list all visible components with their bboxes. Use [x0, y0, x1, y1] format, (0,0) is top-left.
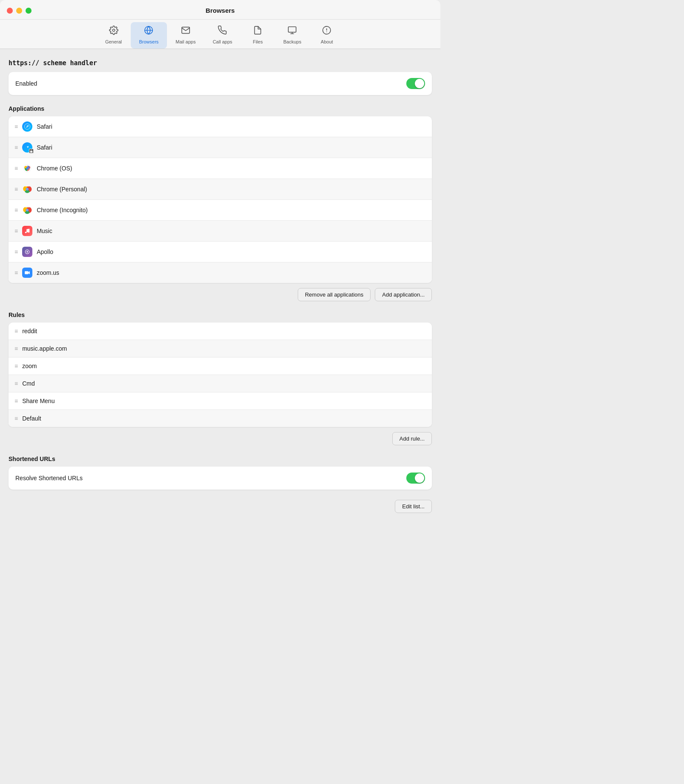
list-item[interactable]: ≡ music.apple.com	[9, 340, 432, 357]
chrome-incognito-icon	[22, 205, 32, 215]
music-icon	[22, 226, 32, 236]
tab-backups[interactable]: Backups	[275, 22, 310, 49]
list-item[interactable]: ≡ Cmd	[9, 375, 432, 392]
drag-handle-icon[interactable]: ≡	[14, 328, 18, 334]
add-application-button[interactable]: Add application...	[375, 288, 432, 301]
safari-app-icon	[22, 121, 32, 132]
tab-call-apps-label: Call apps	[213, 39, 232, 44]
tab-mail-apps-label: Mail apps	[175, 39, 195, 44]
tab-call-apps[interactable]: Call apps	[204, 22, 241, 49]
drag-handle-icon[interactable]: ≡	[14, 269, 18, 276]
svg-rect-29	[25, 271, 28, 274]
drag-handle-icon[interactable]: ≡	[14, 144, 18, 151]
chrome-os-icon	[22, 163, 32, 173]
list-item[interactable]: ≡ Chrome (OS)	[9, 158, 432, 179]
drag-handle-icon[interactable]: ≡	[14, 207, 18, 213]
shortened-urls-toggle[interactable]	[406, 473, 425, 484]
minimize-button[interactable]	[16, 8, 22, 14]
add-rule-button[interactable]: Add rule...	[392, 432, 432, 445]
svg-point-20	[26, 188, 28, 190]
list-item[interactable]: ≡ Default	[9, 410, 432, 427]
tab-general[interactable]: General	[97, 22, 131, 49]
drag-handle-icon[interactable]: ≡	[14, 186, 18, 193]
scheme-title: https:// scheme handler	[9, 59, 432, 67]
applications-list: ≡ Safari ≡	[9, 116, 432, 283]
app-name: Chrome (Personal)	[37, 186, 87, 193]
rules-title: Rules	[9, 311, 432, 318]
tab-files-label: Files	[253, 39, 263, 44]
list-item[interactable]: ≡ Chrome (Incognito)	[9, 200, 432, 221]
browsers-icon	[144, 26, 153, 37]
edit-list-button[interactable]: Edit list...	[395, 500, 432, 513]
drag-handle-icon[interactable]: ≡	[14, 415, 18, 422]
rule-name: Share Menu	[22, 398, 55, 404]
backups-icon	[287, 26, 297, 37]
rules-section: Rules ≡ reddit ≡ music.apple.com ≡ zoom …	[9, 311, 432, 445]
content-area: https:// scheme handler Enabled Applicat…	[0, 49, 440, 533]
list-item[interactable]: ≡ Chrome (Personal)	[9, 179, 432, 200]
applications-section: Applications ≡ Safari ≡	[9, 105, 432, 301]
svg-rect-13	[30, 151, 33, 153]
applications-title: Applications	[9, 105, 432, 112]
close-button[interactable]	[7, 8, 13, 14]
drag-handle-icon[interactable]: ≡	[14, 248, 18, 255]
svg-point-26	[28, 231, 30, 233]
phone-icon	[218, 26, 227, 37]
tab-backups-label: Backups	[283, 39, 301, 44]
files-icon	[253, 26, 262, 37]
rules-buttons: Add rule...	[9, 432, 432, 445]
enabled-label: Enabled	[15, 80, 37, 87]
drag-handle-icon[interactable]: ≡	[14, 363, 18, 369]
svg-marker-12	[27, 145, 29, 148]
tab-mail-apps[interactable]: Mail apps	[167, 22, 204, 49]
tab-browsers-label: Browsers	[139, 39, 159, 44]
svg-point-24	[26, 209, 28, 211]
window-controls	[7, 8, 32, 14]
app-name: Music	[37, 228, 52, 234]
zoom-icon	[22, 268, 32, 278]
drag-handle-icon[interactable]: ≡	[14, 345, 18, 352]
list-item[interactable]: ≡ Safari	[9, 116, 432, 137]
maximize-button[interactable]	[26, 8, 32, 14]
list-item[interactable]: ≡ Safari	[9, 137, 432, 158]
drag-handle-icon[interactable]: ≡	[14, 380, 18, 387]
window-title: Browsers	[206, 7, 235, 19]
enabled-toggle-row: Enabled	[9, 72, 432, 95]
app-name: Chrome (Incognito)	[37, 207, 88, 213]
list-item[interactable]: ≡ zoom.us	[9, 262, 432, 283]
enabled-toggle[interactable]	[406, 78, 425, 89]
tab-browsers[interactable]: Browsers	[131, 22, 167, 49]
rule-name: zoom	[22, 363, 37, 369]
drag-handle-icon[interactable]: ≡	[14, 228, 18, 234]
app-name: Safari	[37, 123, 52, 130]
apollo-icon	[22, 247, 32, 257]
app-name: Chrome (OS)	[37, 165, 72, 172]
list-item[interactable]: ≡ Share Menu	[9, 392, 432, 410]
applications-buttons: Remove all applications Add application.…	[9, 288, 432, 301]
shortened-urls-label: Resolve Shortened URLs	[15, 475, 83, 481]
app-name: zoom.us	[37, 269, 59, 276]
svg-point-25	[25, 232, 27, 233]
svg-point-9	[25, 124, 30, 129]
list-item[interactable]: ≡ Music	[9, 221, 432, 242]
svg-rect-3	[288, 27, 296, 32]
remove-all-button[interactable]: Remove all applications	[298, 288, 371, 301]
safari-lock-icon	[22, 142, 32, 153]
scheme-handler-section: https:// scheme handler Enabled	[9, 59, 432, 95]
rule-name: music.apple.com	[22, 345, 67, 352]
tab-files[interactable]: Files	[241, 22, 275, 49]
about-icon	[322, 26, 331, 37]
svg-marker-30	[29, 271, 30, 274]
drag-handle-icon[interactable]: ≡	[14, 165, 18, 172]
drag-handle-icon[interactable]: ≡	[14, 123, 18, 130]
app-name: Safari	[37, 144, 52, 151]
tab-about[interactable]: About	[310, 22, 344, 49]
tab-about-label: About	[321, 39, 333, 44]
svg-point-0	[112, 29, 115, 32]
list-item[interactable]: ≡ zoom	[9, 357, 432, 375]
drag-handle-icon[interactable]: ≡	[14, 398, 18, 404]
list-item[interactable]: ≡ Apollo	[9, 242, 432, 262]
chrome-personal-icon	[22, 184, 32, 194]
mail-icon	[181, 26, 190, 37]
list-item[interactable]: ≡ reddit	[9, 323, 432, 340]
